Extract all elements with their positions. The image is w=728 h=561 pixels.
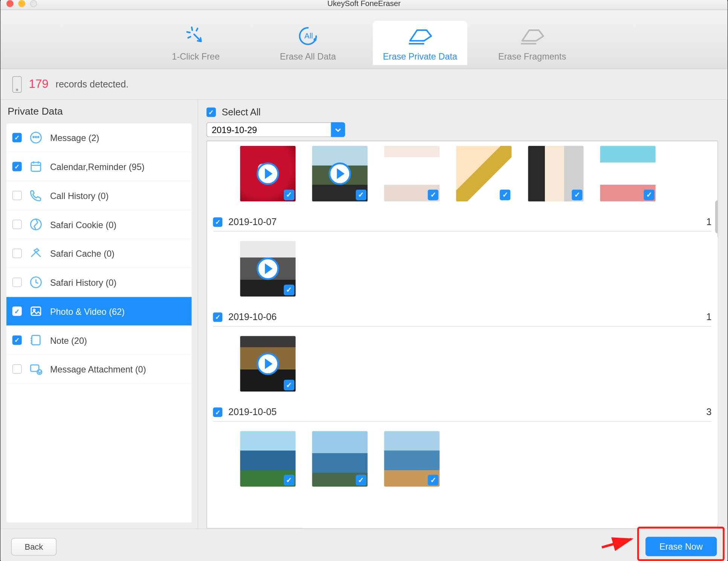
group-checkbox[interactable] [213,313,222,322]
category-icon [29,130,43,145]
thumb-checkbox[interactable] [428,475,438,485]
sidebar-checkbox[interactable] [12,133,22,143]
date-group [213,144,711,205]
group-header: 2019-10-071 [213,213,711,231]
group-checkbox[interactable] [213,408,222,417]
sidebar-checkbox[interactable] [12,162,22,171]
date-group: 2019-10-053 [213,403,711,490]
media-thumbnail[interactable] [240,431,295,486]
media-thumbnail[interactable] [384,146,439,201]
erase-all-icon: All [295,24,321,48]
media-thumbnail[interactable] [456,146,511,201]
maximize-window-icon[interactable] [30,0,37,7]
group-header: 2019-10-061 [213,308,711,327]
date-group: 2019-10-061 [213,308,711,395]
thumb-checkbox[interactable] [644,190,654,200]
thumb-checkbox[interactable] [356,475,366,485]
group-count: 1 [706,312,711,322]
play-icon [257,162,279,185]
sidebar-checkbox[interactable] [12,220,22,229]
sidebar-item-2[interactable]: Call History (0) [6,181,192,210]
thumbnail-row [213,422,711,490]
app-window: UkeySoft FoneEraser 1-Click Free All Era… [0,0,727,561]
erase-now-button[interactable]: Erase Now [645,537,717,556]
svg-point-11 [38,136,39,138]
tab-1click-free[interactable]: 1-Click Free [148,21,243,65]
sidebar-checkbox[interactable] [12,307,22,316]
back-button[interactable]: Back [11,538,57,555]
media-thumbnail[interactable] [600,146,655,201]
media-thumbnail[interactable] [312,146,367,201]
sidebar-item-6[interactable]: Photo & Video (62) [6,297,192,326]
tab-erase-fragments[interactable]: Erase Fragments [485,21,580,65]
tab-erase-all[interactable]: All Erase All Data [261,21,355,65]
media-thumbnail[interactable] [528,146,583,201]
thumb-checkbox[interactable] [428,190,438,200]
sidebar-item-3[interactable]: Safari Cookie (0) [6,210,192,239]
date-filter-select[interactable]: 2019-10-29 [206,122,345,137]
sidebar-item-8[interactable]: Message Attachment (0) [6,355,192,384]
group-date: 2019-10-05 [228,407,700,417]
thumb-checkbox[interactable] [284,190,294,200]
sidebar-checkbox[interactable] [12,336,22,345]
category-icon [29,304,43,319]
sidebar-item-0[interactable]: Message (2) [6,123,192,152]
group-header: 2019-10-053 [213,403,711,422]
thumb-checkbox[interactable] [284,380,294,390]
category-icon [29,246,43,261]
svg-line-3 [188,37,190,38]
group-date: 2019-10-06 [228,312,700,322]
svg-line-0 [192,27,193,30]
svg-point-9 [33,136,34,138]
minimize-window-icon[interactable] [18,0,25,7]
tab-erase-private[interactable]: Erase Private Data [373,21,467,65]
sidebar-checkbox[interactable] [12,277,22,287]
sidebar-item-4[interactable]: Safari Cache (0) [6,239,192,268]
sidebar-item-label: Safari Cookie (0) [50,219,116,230]
category-icon [29,217,43,231]
sidebar-checkbox[interactable] [12,364,22,374]
media-thumbnail[interactable] [312,431,367,486]
sidebar-checkbox[interactable] [12,248,22,258]
thumb-checkbox[interactable] [284,285,294,295]
sidebar-checkbox[interactable] [12,191,22,200]
sidebar-item-5[interactable]: Safari History (0) [6,268,192,297]
media-thumbnail[interactable] [240,241,295,296]
sidebar-item-label: Note (20) [50,335,87,345]
group-checkbox[interactable] [213,217,222,227]
status-bar: 179 records detected. [0,69,727,100]
sidebar-item-label: Photo & Video (62) [50,306,125,316]
dropdown-icon[interactable] [331,122,345,137]
category-icon [29,333,43,347]
media-thumbnail[interactable] [384,431,439,486]
thumbnail-row [213,326,711,395]
sidebar-item-label: Message Attachment (0) [50,364,146,374]
play-icon [329,162,351,185]
play-icon [257,353,279,375]
content-area[interactable]: 2019-10-0712019-10-0612019-10-053 [206,141,718,529]
erase-fragments-icon [518,24,546,48]
sidebar-item-7[interactable]: Note (20) [6,326,192,355]
media-thumbnail[interactable] [240,336,295,391]
thumb-checkbox[interactable] [356,190,366,200]
select-all-checkbox[interactable] [206,107,216,117]
close-window-icon[interactable] [6,0,14,7]
click-icon [184,24,208,48]
tab-label: 1-Click Free [172,51,220,61]
record-count: 179 [29,77,49,91]
sidebar-item-1[interactable]: Calendar,Reminder (95) [6,152,192,181]
sidebar-item-label: Calendar,Reminder (95) [50,161,145,172]
group-date: 2019-10-07 [228,217,700,227]
scrollbar[interactable] [715,200,718,233]
sidebar: Private Data Message (2)Calendar,Reminde… [0,100,198,529]
sidebar-list: Message (2)Calendar,Reminder (95)Call Hi… [6,123,192,523]
footer: Back Erase Now [0,529,727,561]
thumb-checkbox[interactable] [284,475,294,485]
titlebar: UkeySoft FoneEraser [0,0,727,10]
thumbnail-row [213,231,711,300]
thumb-checkbox[interactable] [572,190,582,200]
category-icon [29,189,43,203]
thumb-checkbox[interactable] [500,190,510,200]
svg-line-1 [187,32,190,33]
media-thumbnail[interactable] [240,146,295,201]
